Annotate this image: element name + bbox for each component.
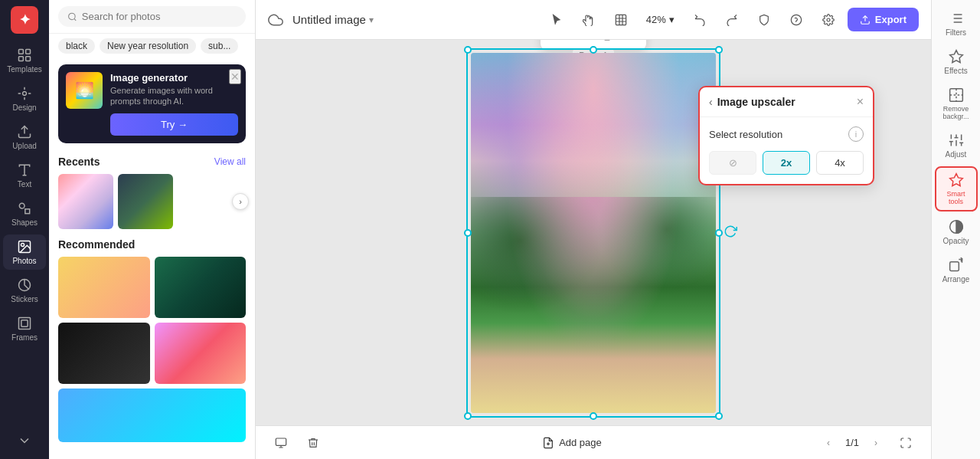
recommended-thumb-4[interactable] [155,323,247,384]
resize-tool-button[interactable] [608,7,634,33]
image-generator-close-button[interactable]: ✕ [229,69,241,84]
recent-thumb-2[interactable] [118,174,173,229]
resize-icon [615,14,627,26]
recommended-thumb-3[interactable] [58,323,150,384]
resolution-4x-button[interactable]: 4x [816,151,864,175]
svg-rect-44 [949,262,959,271]
export-button[interactable]: Export [848,8,919,31]
doc-title[interactable]: Untitled image ▾ [292,13,374,26]
handle-bottom-left[interactable] [464,412,472,420]
right-item-smart-tools[interactable]: Smart tools [935,166,978,211]
upscaler-resolution-row: Select resolution i [709,126,864,142]
filters-icon [949,11,964,26]
toolbar-icons: 42% ▾ [544,7,919,33]
right-item-opacity[interactable]: Opacity [935,215,978,250]
add-page-button[interactable]: Add page [536,434,608,452]
next-page-button[interactable]: › [865,432,887,454]
fullscreen-button[interactable] [893,430,919,456]
preview-button[interactable] [268,430,294,456]
svg-line-14 [74,18,76,20]
prev-page-button[interactable]: ‹ [818,432,839,454]
sidebar-item-upload[interactable]: Upload [3,120,46,155]
svg-marker-32 [949,51,962,63]
recommended-thumb-2[interactable] [155,257,247,318]
adjust-icon [949,133,964,148]
resolution-2x-button[interactable]: 2x [763,151,810,175]
right-item-filters[interactable]: Filters [935,6,978,41]
right-item-label: Smart tools [939,190,973,205]
sidebar-item-stickers[interactable]: Stickers [3,273,46,308]
resolution-off-button[interactable]: ⊘ [709,151,756,175]
recents-title: Recents [58,156,100,168]
right-item-arrange[interactable]: Arrange [935,253,978,288]
preview-icon [275,437,287,449]
search-input-wrap[interactable] [58,6,246,27]
search-bar [49,0,255,34]
duplicate-button[interactable] [594,40,617,47]
canvas-image-container[interactable] [471,53,716,413]
bottom-center: Add page [335,434,808,452]
svg-rect-23 [276,438,286,445]
doc-title-text: Untitled image [292,13,366,26]
right-item-adjust[interactable]: Adjust [935,128,978,163]
canvas-area: Page 1 [256,40,931,425]
upscaler-info-icon[interactable]: i [848,126,864,142]
recommended-thumb-1[interactable] [58,257,150,318]
icon-rail: ✦ Templates Design Upload Text Shapes [0,0,49,459]
sidebar-item-label: Photos [12,257,36,265]
tag-sub[interactable]: sub... [201,38,238,54]
expand-button[interactable] [3,428,46,453]
sidebar-item-design[interactable]: Design [3,81,46,116]
more-options-button[interactable] [619,40,642,47]
image-generator-description: Generate images with word prompts throug… [110,85,238,107]
sidebar-item-shapes[interactable]: Shapes [3,196,46,231]
svg-rect-7 [25,209,30,214]
recommended-thumb-5[interactable] [58,389,246,442]
image-generator-title: Image generator [110,72,238,84]
handle-middle-right[interactable] [715,229,723,237]
doc-title-chevron-icon: ▾ [369,15,374,25]
help-button[interactable] [783,7,809,33]
redo-button[interactable] [719,7,745,33]
handle-bottom-right[interactable] [715,412,723,420]
delete-button[interactable] [300,430,326,456]
svg-rect-0 [19,50,24,54]
tag-black[interactable]: black [58,38,95,54]
upscaler-back-button[interactable]: ‹ [709,96,713,108]
export-label: Export [875,14,906,25]
handle-bottom-middle[interactable] [590,412,597,420]
undo-button[interactable] [687,7,713,33]
fullscreen-icon [900,437,912,449]
undo-icon [694,14,706,26]
shield-button[interactable] [751,7,777,33]
handle-top-right[interactable] [715,46,723,54]
try-button[interactable]: Try → [110,113,238,136]
sidebar-item-frames[interactable]: Frames [3,311,46,346]
recent-thumb-1[interactable] [58,174,113,229]
more-icon [625,40,635,41]
right-item-effects[interactable]: Effects [935,44,978,80]
svg-point-16 [791,15,801,25]
zoom-button[interactable]: 42% ▾ [640,11,681,28]
tag-new-year[interactable]: New year resolution [100,38,196,54]
app-logo[interactable]: ✦ [11,6,38,34]
search-input[interactable] [82,11,237,22]
sidebar-item-text[interactable]: Text [3,158,46,193]
cursor-icon [550,14,563,26]
flip-button[interactable] [570,40,593,47]
hand-tool-button[interactable] [576,7,602,33]
sidebar-item-photos[interactable]: Photos [3,234,46,270]
view-all-button[interactable]: View all [214,156,246,167]
recents-next-arrow[interactable]: › [232,193,249,210]
upload-icon [17,124,32,139]
right-item-remove-bg[interactable]: Remove backgr... [935,83,978,125]
effects-icon [949,49,964,64]
settings-button[interactable] [815,7,841,33]
sidebar-item-templates[interactable]: Templates [3,43,46,78]
canvas-image[interactable] [471,53,716,413]
rotate-handle[interactable] [724,225,737,241]
cursor-tool-button[interactable] [544,7,570,33]
help-icon [790,14,802,26]
upscaler-close-button[interactable]: × [857,95,864,109]
crop-button[interactable] [545,40,568,47]
